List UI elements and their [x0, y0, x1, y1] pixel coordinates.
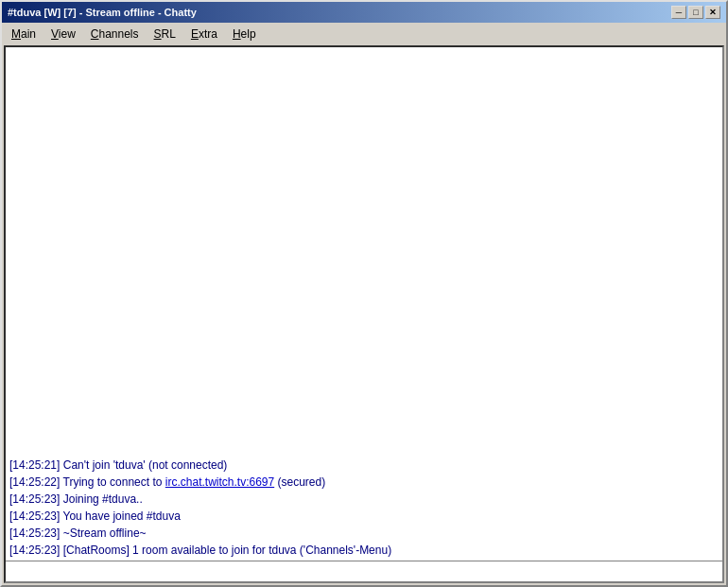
window-controls: ─ □ ✕: [671, 6, 720, 19]
msg-time: [14:25:23]: [9, 544, 60, 557]
msg-link[interactable]: irc.chat.twitch.tv:6697: [165, 475, 274, 489]
spacer: [9, 49, 719, 457]
message-line: [14:25:23] [ChatRooms] 1 room available …: [9, 542, 719, 559]
title-text: #tduva [W] [7] - Stream offline - Chatty: [8, 7, 197, 18]
title-bar: #tduva [W] [7] - Stream offline - Chatty…: [2, 2, 726, 23]
msg-text-after: (secured): [274, 475, 325, 489]
menu-help[interactable]: Help: [225, 26, 264, 43]
msg-time: [14:25:23]: [9, 527, 60, 540]
msg-time: [14:25:23]: [9, 492, 60, 506]
message-line: [14:25:23] You have joined #tduva: [9, 508, 719, 525]
app-window: #tduva [W] [7] - Stream offline - Chatty…: [0, 0, 728, 587]
menu-main[interactable]: Main: [4, 26, 43, 43]
msg-text: [ChatRooms] 1 room available to join for…: [60, 544, 391, 557]
msg-text: ~Stream offline~: [60, 527, 146, 540]
message-line: [14:25:21] Can't join 'tduva' (not conne…: [9, 457, 719, 474]
maximize-button[interactable]: □: [688, 6, 703, 19]
menu-view[interactable]: View: [43, 26, 83, 43]
menu-channels[interactable]: Channels: [83, 26, 147, 43]
msg-time: [14:25:22]: [9, 475, 60, 489]
messages: [14:25:21] Can't join 'tduva' (not conne…: [9, 457, 719, 559]
input-area[interactable]: [6, 561, 722, 581]
msg-text: Joining #tduva..: [60, 492, 142, 506]
chat-area: [14:25:21] Can't join 'tduva' (not conne…: [6, 47, 722, 561]
minimize-button[interactable]: ─: [671, 6, 686, 19]
message-line: [14:25:23] ~Stream offline~: [9, 525, 719, 542]
msg-text-before: Trying to connect to: [60, 475, 165, 489]
msg-text: You have joined #tduva: [60, 509, 180, 523]
msg-time: [14:25:23]: [9, 509, 60, 523]
chat-input[interactable]: [6, 561, 722, 581]
menu-extra[interactable]: Extra: [183, 26, 225, 43]
menu-bar: Main View Channels SRL Extra Help: [2, 23, 726, 43]
msg-text: Can't join 'tduva' (not connected): [60, 458, 227, 472]
main-content: [14:25:21] Can't join 'tduva' (not conne…: [4, 45, 724, 583]
message-line: [14:25:22] Trying to connect to irc.chat…: [9, 474, 719, 491]
msg-time: [14:25:21]: [9, 458, 60, 472]
message-line: [14:25:23] Joining #tduva..: [9, 491, 719, 508]
close-button[interactable]: ✕: [705, 6, 720, 19]
menu-srl[interactable]: SRL: [147, 26, 183, 43]
